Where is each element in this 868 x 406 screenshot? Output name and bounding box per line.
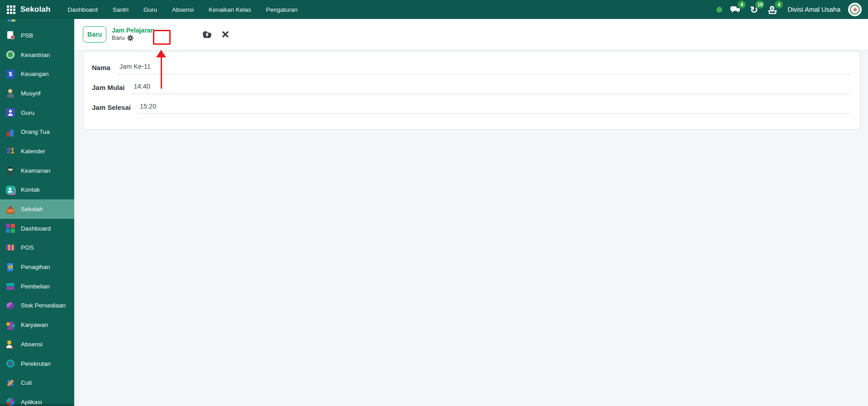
kalender-icon xyxy=(6,146,15,156)
sidebar-item-absensi[interactable]: Absensi xyxy=(0,335,74,354)
online-status-dot xyxy=(716,7,722,13)
jam-mulai-label: Jam Mulai xyxy=(92,84,125,91)
navbar-left: Sekolah Dashboard Santri Guru Absensi Ke… xyxy=(7,5,298,14)
guru-icon xyxy=(6,108,15,117)
cuti-icon xyxy=(6,378,15,387)
save-button[interactable] xyxy=(201,30,213,38)
new-button[interactable]: Baru xyxy=(83,26,106,42)
sidebar-item-keuangan[interactable]: Keuangan xyxy=(0,64,74,84)
main-menu: Dashboard Santri Guru Absensi Kenaikan K… xyxy=(68,6,298,13)
top-navbar: Sekolah Dashboard Santri Guru Absensi Ke… xyxy=(0,0,868,19)
psb-icon xyxy=(6,31,15,40)
history-icon[interactable]: ↻ 19 xyxy=(749,4,759,15)
module-list: PSB Kesantrian Keuangan Musyrif Guru Ora… xyxy=(0,26,74,406)
sidebar-item-kontak[interactable]: Kontak xyxy=(0,180,74,200)
absensi-icon xyxy=(6,340,15,349)
page-toolbar: Baru Jam Pelajaran Baru xyxy=(74,19,868,50)
kesantrian-icon xyxy=(6,50,15,59)
jam-selesai-input[interactable] xyxy=(138,101,851,114)
donation-icon[interactable]: $ 4 xyxy=(767,4,778,15)
stok-persediaan-icon xyxy=(6,301,15,310)
form-card: Nama Jam Mulai Jam Selesai xyxy=(83,51,860,130)
navbar-right: 4 ↻ 19 $ 4 Divisi Amal Usaha xyxy=(716,3,862,16)
penagihan-icon xyxy=(6,263,15,272)
title-block: Jam Pelajaran Baru xyxy=(112,27,154,42)
nav-item-kenaikan-kelas[interactable]: Kenaikan Kelas xyxy=(209,6,251,13)
form-row-jam-mulai: Jam Mulai xyxy=(92,81,851,94)
gear-icon[interactable] xyxy=(127,35,134,41)
avatar[interactable] xyxy=(848,3,862,16)
nav-item-santri[interactable]: Santri xyxy=(113,6,129,13)
sidebar-item-guru[interactable]: Guru xyxy=(0,103,74,123)
toolbar-actions xyxy=(201,30,229,38)
sidebar-item-stok-persediaan[interactable]: Stok Persediaan xyxy=(0,296,74,316)
chat-badge: 4 xyxy=(738,0,746,9)
perekrutan-icon xyxy=(6,359,15,368)
school-logo xyxy=(850,5,860,14)
page-content: Nama Jam Mulai Jam Selesai xyxy=(74,50,868,406)
cloud-upload-icon xyxy=(201,30,213,38)
musyrif-icon xyxy=(6,89,15,98)
sidebar-scrollbar[interactable] xyxy=(0,404,74,406)
sidebar-item-penagihan[interactable]: Penagihan xyxy=(0,257,74,277)
sekolah-icon xyxy=(6,205,15,214)
updates-badge: 19 xyxy=(755,0,764,9)
sidebar-item-dashboard[interactable]: Dashboard xyxy=(0,219,74,238)
user-menu[interactable]: Divisi Amal Usaha xyxy=(787,6,840,13)
svg-text:$: $ xyxy=(771,6,773,10)
nav-item-absensi[interactable]: Absensi xyxy=(172,6,194,13)
form-row-jam-selesai: Jam Selesai xyxy=(92,101,851,114)
sidebar-item-psb[interactable]: PSB xyxy=(0,26,74,45)
close-icon xyxy=(222,31,229,38)
app-launcher-icon[interactable] xyxy=(7,5,15,14)
chat-icon[interactable]: 4 xyxy=(730,4,741,15)
pembelian-icon xyxy=(6,282,15,291)
keamanan-icon xyxy=(6,166,15,175)
jam-mulai-input[interactable] xyxy=(132,81,851,94)
sidebar-item-pos[interactable]: POS xyxy=(0,238,74,258)
jam-selesai-label: Jam Selesai xyxy=(92,104,131,111)
clipped-module-icon xyxy=(8,19,15,22)
pos-icon xyxy=(6,243,15,252)
nama-label: Nama xyxy=(92,64,110,71)
dashboard-icon xyxy=(6,224,15,233)
nav-item-dashboard[interactable]: Dashboard xyxy=(68,6,98,13)
karyawan-icon xyxy=(6,321,15,330)
sidebar-item-sekolah[interactable]: Sekolah xyxy=(0,199,74,219)
nav-item-pengaturan[interactable]: Pengaturan xyxy=(266,6,298,13)
sidebar-item-keamanan[interactable]: Keamanan xyxy=(0,161,74,180)
kontak-icon xyxy=(6,186,15,194)
form-row-nama: Nama xyxy=(92,61,851,74)
donation-badge: 4 xyxy=(775,0,783,9)
sidebar-item-pembelian[interactable]: Pembelian xyxy=(0,277,74,296)
doctype-title[interactable]: Jam Pelajaran xyxy=(112,27,154,34)
sidebar-item-musyrif[interactable]: Musyrif xyxy=(0,84,74,103)
orang-tua-icon xyxy=(6,127,15,137)
sidebar-item-perekrutan[interactable]: Perekrutan xyxy=(0,354,74,373)
sidebar-item-orang-tua[interactable]: Orang Tua xyxy=(0,122,74,142)
sidebar-item-cuti[interactable]: Cuti xyxy=(0,373,74,392)
nav-item-guru[interactable]: Guru xyxy=(143,6,157,13)
sidebar-item-kalender[interactable]: Kalender xyxy=(0,142,74,161)
nama-input[interactable] xyxy=(117,61,851,74)
keuangan-icon xyxy=(6,70,15,79)
app-brand[interactable]: Sekolah xyxy=(20,5,51,14)
sidebar-item-karyawan[interactable]: Karyawan xyxy=(0,315,74,335)
close-button[interactable] xyxy=(222,31,229,38)
sidebar-item-kesantrian[interactable]: Kesantrian xyxy=(0,45,74,65)
module-sidebar: PSB Kesantrian Keuangan Musyrif Guru Ora… xyxy=(0,19,74,406)
doc-status: Baru xyxy=(112,34,125,42)
